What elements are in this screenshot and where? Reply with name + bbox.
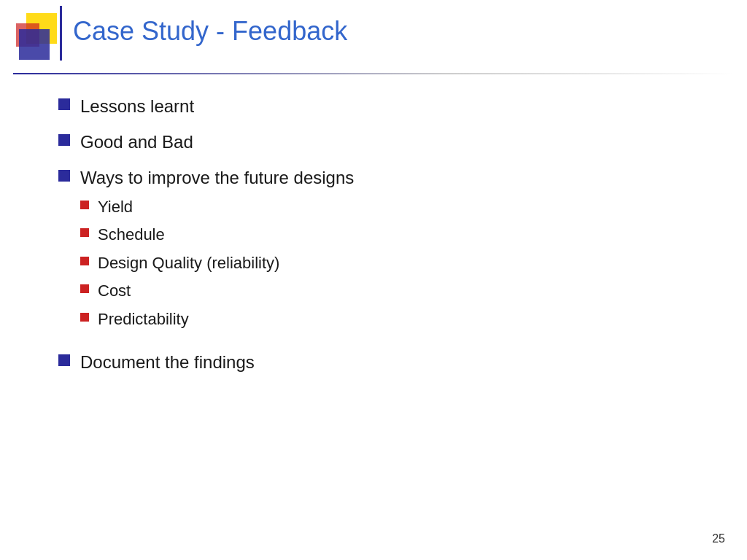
bullet-square-icon <box>58 170 70 182</box>
sub-bullet-square-icon <box>80 284 89 293</box>
decoration-squares <box>13 7 71 69</box>
header-divider <box>13 73 734 74</box>
slide-header: Case Study - Feedback <box>0 0 747 80</box>
list-item: Document the findings <box>58 351 703 373</box>
slide: Case Study - Feedback Lessons learnt Goo… <box>0 0 747 560</box>
list-item: Predictability <box>80 309 703 330</box>
list-item: Ways to improve the future designs Yield… <box>58 166 703 337</box>
bullet-text: Ways to improve the future designs <box>80 168 354 187</box>
sub-bullet-text: Schedule <box>98 225 165 246</box>
bullet-text: Good and Bad <box>80 131 703 153</box>
sub-bullet-square-icon <box>80 313 89 322</box>
slide-title: Case Study - Feedback <box>73 16 347 47</box>
sub-bullet-text: Design Quality (reliability) <box>98 253 279 274</box>
bullet-text: Document the findings <box>80 351 703 373</box>
bullet-square-icon <box>58 354 70 366</box>
list-item: Cost <box>80 281 703 302</box>
sub-bullet-square-icon <box>80 201 89 209</box>
list-item: Yield <box>80 197 703 218</box>
sub-bullet-text: Cost <box>98 281 131 302</box>
bullet-square-icon <box>58 134 70 146</box>
main-bullet-list: Lessons learnt Good and Bad Ways to impr… <box>58 95 703 373</box>
sub-bullet-text: Yield <box>98 197 133 218</box>
list-item: Design Quality (reliability) <box>80 253 703 274</box>
sub-bullet-square-icon <box>80 228 89 237</box>
vertical-line <box>60 6 62 61</box>
sub-bullet-square-icon <box>80 257 89 265</box>
list-item: Schedule <box>80 225 703 246</box>
page-number: 25 <box>712 532 725 545</box>
bullet-square-icon <box>58 98 70 110</box>
blue-square <box>19 29 50 60</box>
bullet-text: Lessons learnt <box>80 95 703 117</box>
sub-bullet-text: Predictability <box>98 309 189 330</box>
list-item: Good and Bad <box>58 131 703 153</box>
bullet-text-with-sub: Ways to improve the future designs Yield… <box>80 166 703 337</box>
list-item: Lessons learnt <box>58 95 703 117</box>
sub-bullet-list: Yield Schedule Design Quality (reliabili… <box>80 197 703 330</box>
slide-content: Lessons learnt Good and Bad Ways to impr… <box>58 95 703 386</box>
